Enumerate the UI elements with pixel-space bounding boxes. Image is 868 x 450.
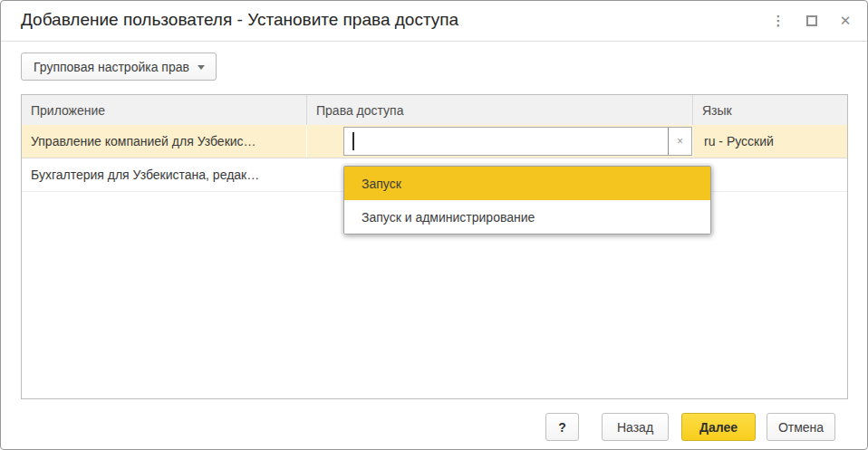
maximize-icon [806, 15, 817, 26]
group-rights-setup-button[interactable]: Групповая настройка прав [21, 53, 217, 81]
add-user-dialog: Добавление пользователя - Установите пра… [0, 0, 868, 450]
back-button[interactable]: Назад [602, 413, 669, 441]
access-rights-dropdown: Запуск Запуск и администрирование [343, 166, 711, 235]
chevron-down-icon [198, 65, 205, 70]
close-icon: ✕ [840, 13, 852, 29]
access-rights-editor: × [343, 127, 692, 156]
next-button[interactable]: Далее [681, 413, 756, 441]
close-button[interactable]: ✕ [838, 12, 853, 30]
page-title: Добавление пользователя - Установите пра… [21, 10, 458, 30]
column-header-application: Приложение [22, 95, 307, 125]
dropdown-option-launch[interactable]: Запуск [344, 167, 710, 200]
cancel-button[interactable]: Отмена [767, 413, 835, 441]
language-cell[interactable] [693, 158, 847, 191]
clear-button[interactable]: × [669, 128, 691, 155]
column-header-access-rights: Права доступа [307, 95, 693, 125]
text-caret [352, 132, 354, 150]
help-button[interactable]: ? [545, 413, 579, 441]
column-header-language: Язык [693, 95, 847, 125]
applications-table: Приложение Права доступа Язык Управление… [21, 94, 848, 399]
access-rights-input-wrap [344, 128, 669, 155]
table-header: Приложение Права доступа Язык [22, 95, 847, 125]
language-cell[interactable]: ru - Русский [693, 125, 847, 158]
table-row[interactable]: Управление компанией для Узбекис… × ru -… [22, 125, 847, 158]
access-rights-input[interactable] [344, 128, 668, 155]
title-bar: Добавление пользователя - Установите пра… [1, 1, 867, 41]
clear-icon: × [677, 135, 683, 148]
access-rights-cell[interactable]: × [307, 125, 693, 158]
dropdown-option-launch-and-admin[interactable]: Запуск и администрирование [344, 200, 710, 234]
titlebar-divider [1, 41, 867, 42]
more-button[interactable]: ⋮ [771, 12, 786, 30]
application-cell[interactable]: Управление компанией для Узбекис… [22, 125, 307, 158]
application-cell[interactable]: Бухгалтерия для Узбекистана, редак… [22, 158, 307, 191]
more-icon: ⋮ [772, 13, 786, 29]
maximize-button[interactable] [805, 12, 819, 30]
window-controls: ⋮ ✕ [771, 1, 853, 41]
group-rights-setup-label: Групповая настройка прав [34, 60, 189, 74]
